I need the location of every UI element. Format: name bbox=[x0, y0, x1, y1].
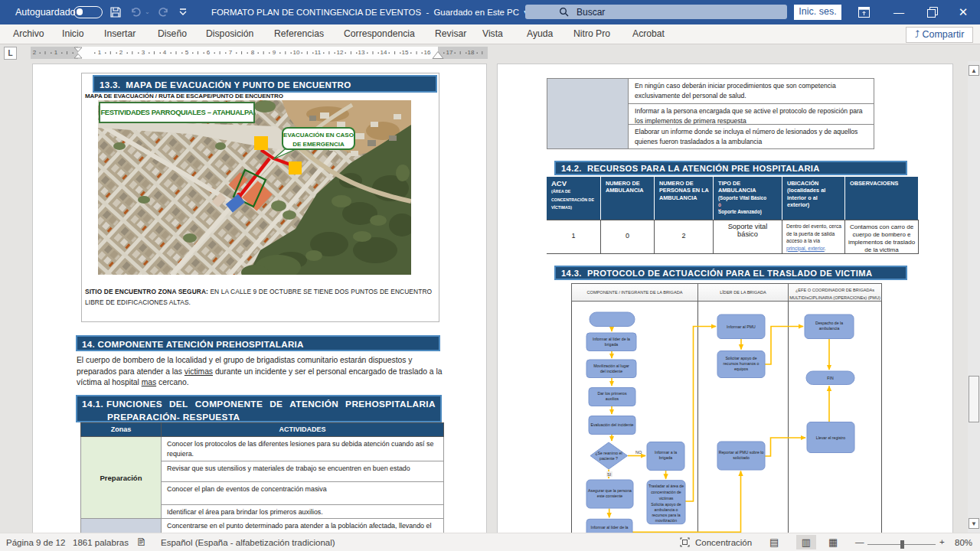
svg-text:Movilización al lugar: Movilización al lugar bbox=[593, 364, 629, 368]
svg-text:ambulancia: ambulancia bbox=[819, 326, 840, 331]
svg-text:Informar a la: Informar a la bbox=[655, 450, 677, 455]
svg-text:FIN: FIN bbox=[827, 376, 834, 380]
svg-text:del incidente: del incidente bbox=[600, 369, 622, 373]
svg-text:Informar al PMU: Informar al PMU bbox=[727, 324, 756, 329]
svg-text:recursos para la: recursos para la bbox=[652, 513, 680, 517]
svg-text:recursos humanos o: recursos humanos o bbox=[724, 361, 760, 366]
svg-text:NO: NO bbox=[635, 450, 642, 455]
svg-text:brigada: brigada bbox=[605, 342, 618, 347]
svg-text:Evaluación del incidente: Evaluación del incidente bbox=[591, 422, 634, 427]
svg-text:Solicita apoyo de: Solicita apoyo de bbox=[651, 502, 681, 507]
svg-text:solicitado: solicitado bbox=[733, 455, 750, 460]
svg-text:Dar los primeros: Dar los primeros bbox=[597, 391, 626, 396]
svg-text:Trasladar al área de: Trasladar al área de bbox=[648, 484, 684, 488]
svg-text:Llevar el registro: Llevar el registro bbox=[816, 435, 845, 440]
svg-text:concentración de: concentración de bbox=[651, 490, 681, 494]
svg-text:Informar al líder de la: Informar al líder de la bbox=[590, 525, 628, 530]
svg-text:¿Se reanimo el: ¿Se reanimo el bbox=[595, 451, 622, 455]
svg-text:equipos: equipos bbox=[734, 367, 749, 371]
svg-text:Reportar al PMU sobre lo: Reportar al PMU sobre lo bbox=[719, 450, 764, 455]
svg-text:este consiente: este consiente bbox=[597, 494, 623, 498]
svg-text:paciente ?: paciente ? bbox=[599, 456, 618, 461]
svg-text:SI: SI bbox=[607, 472, 612, 477]
svg-text:ambulancia o: ambulancia o bbox=[655, 507, 678, 512]
svg-text:auxilios: auxilios bbox=[606, 396, 619, 401]
svg-text:Despacho de la: Despacho de la bbox=[815, 321, 843, 325]
svg-text:brigada: brigada bbox=[659, 455, 672, 460]
svg-text:victimas: victimas bbox=[659, 496, 674, 500]
svg-text:Solicitar apoyo de: Solicitar apoyo de bbox=[725, 356, 756, 360]
svg-text:Asegurar que la persona: Asegurar que la persona bbox=[588, 488, 632, 493]
svg-text:movilización: movilización bbox=[655, 518, 677, 523]
svg-text:Informar al líder de la: Informar al líder de la bbox=[593, 337, 630, 341]
